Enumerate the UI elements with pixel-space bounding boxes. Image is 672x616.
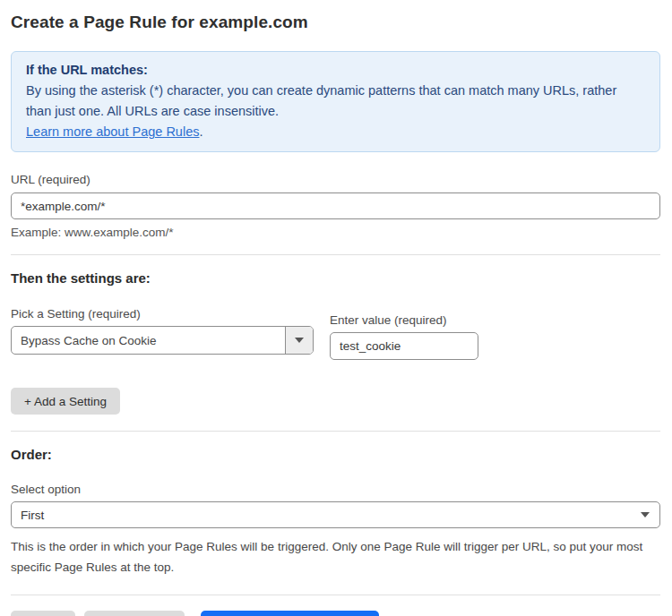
cancel-button[interactable]: Cancel bbox=[11, 611, 75, 616]
url-example-helper: Example: www.example.com/* bbox=[11, 226, 660, 239]
create-page-rule-form: Create a Page Rule for example.com If th… bbox=[0, 0, 672, 616]
learn-more-link[interactable]: Learn more about Page Rules bbox=[26, 124, 199, 139]
order-heading: Order: bbox=[11, 447, 660, 462]
settings-section: Then the settings are: Pick a Setting (r… bbox=[11, 270, 660, 415]
divider bbox=[11, 595, 660, 595]
chevron-down-icon bbox=[295, 338, 304, 343]
setting-value-input[interactable] bbox=[330, 332, 478, 360]
order-section: Order: Select option First This is the o… bbox=[11, 447, 660, 578]
divider bbox=[11, 254, 660, 255]
settings-heading: Then the settings are: bbox=[11, 270, 660, 286]
url-input[interactable] bbox=[11, 192, 660, 219]
setting-select-label: Pick a Setting (required) bbox=[11, 307, 314, 321]
order-select-label: Select option bbox=[11, 483, 660, 496]
order-helper-text: This is the order in which your Page Rul… bbox=[11, 536, 660, 578]
settings-row: Pick a Setting (required) Bypass Cache o… bbox=[11, 307, 660, 360]
link-suffix: . bbox=[199, 124, 202, 139]
setting-select[interactable]: Bypass Cache on Cookie bbox=[11, 326, 314, 355]
chevron-down-icon bbox=[641, 512, 650, 518]
setting-select-group: Pick a Setting (required) Bypass Cache o… bbox=[11, 307, 314, 355]
url-match-info-box: If the URL matches: By using the asteris… bbox=[11, 51, 660, 152]
add-setting-button[interactable]: + Add a Setting bbox=[11, 388, 120, 415]
info-box-link-line: Learn more about Page Rules. bbox=[26, 122, 645, 142]
url-label: URL (required) bbox=[11, 173, 90, 186]
order-select[interactable]: First bbox=[11, 501, 660, 528]
save-as-draft-button[interactable]: Save as Draft bbox=[84, 611, 185, 616]
setting-select-arrow-button[interactable] bbox=[285, 327, 313, 354]
setting-value-label: Enter value (required) bbox=[330, 313, 478, 327]
url-section: URL (required) Example: www.example.com/… bbox=[11, 171, 660, 239]
divider bbox=[11, 431, 660, 432]
info-box-heading: If the URL matches: bbox=[26, 60, 645, 81]
setting-select-value: Bypass Cache on Cookie bbox=[12, 327, 285, 354]
footer-actions: Cancel Save as Draft Save and Deploy Pag… bbox=[11, 611, 660, 616]
save-and-deploy-button[interactable]: Save and Deploy Page Rule bbox=[201, 611, 380, 616]
setting-value-group: Enter value (required) bbox=[330, 313, 478, 360]
page-title: Create a Page Rule for example.com bbox=[11, 13, 660, 32]
order-select-value: First bbox=[21, 509, 44, 522]
info-box-body: By using the asterisk (*) character, you… bbox=[26, 81, 645, 122]
